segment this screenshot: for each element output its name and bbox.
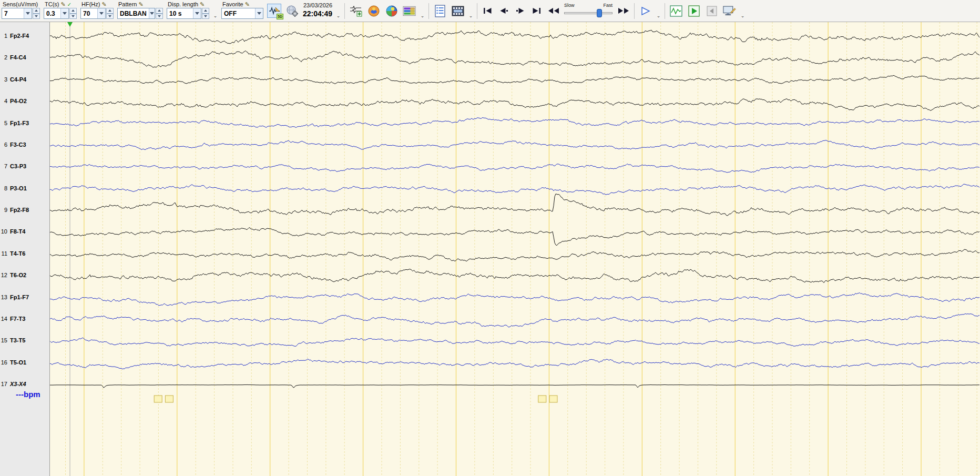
- brain-map-button[interactable]: [384, 4, 399, 18]
- hf-dropdown-icon[interactable]: [97, 8, 105, 18]
- display-length-overflow-chevron-icon[interactable]: ⌄: [213, 14, 218, 18]
- pattern-dropdown-icon[interactable]: [149, 8, 155, 18]
- sensitivity-combo[interactable]: 7: [2, 8, 32, 19]
- slider-track[interactable]: [564, 12, 612, 14]
- dsa-map-button[interactable]: [402, 4, 416, 18]
- eeg-trace-F3-C3: [50, 140, 979, 150]
- channel-row[interactable]: 8P3-O1: [0, 185, 50, 194]
- toolbar-separator: [344, 3, 345, 19]
- channel-row[interactable]: 16T5-O1: [0, 359, 50, 368]
- channel-row[interactable]: 10F8-T4: [0, 228, 50, 237]
- channel-label[interactable]: C3-P3: [10, 163, 26, 169]
- report-list-icon: [435, 5, 445, 17]
- channel-label[interactable]: T5-O1: [10, 359, 26, 366]
- channel-row[interactable]: 17X3-X4: [0, 381, 50, 389]
- channel-label[interactable]: Fp2-F8: [10, 207, 29, 213]
- gray-back-icon: [707, 6, 717, 16]
- step-back-icon: [499, 7, 508, 14]
- settings-overflow-chevron-icon[interactable]: ⌄: [740, 14, 745, 18]
- channel-label[interactable]: T4-T6: [10, 250, 25, 257]
- channel-label[interactable]: F4-C4: [10, 54, 26, 60]
- eeg-canvas[interactable]: [50, 22, 980, 476]
- favorite-combo[interactable]: OFF: [221, 8, 263, 19]
- trend-window-button[interactable]: [669, 4, 683, 18]
- slider-handle[interactable]: [597, 9, 602, 17]
- channel-label[interactable]: Fp1-F3: [10, 120, 29, 126]
- hf-spinner[interactable]: [106, 8, 114, 19]
- channel-label[interactable]: T6-O2: [10, 272, 26, 278]
- channel-row[interactable]: 3C4-P4: [0, 76, 50, 85]
- pattern-spinner[interactable]: [156, 8, 163, 19]
- display-length-dropdown-icon[interactable]: [193, 8, 201, 18]
- channel-label[interactable]: P3-O1: [10, 185, 27, 191]
- channel-row[interactable]: 6F3-C3: [0, 141, 50, 150]
- report-button[interactable]: [433, 4, 447, 18]
- go-first-button[interactable]: [481, 4, 494, 18]
- channel-label[interactable]: F3-C3: [10, 141, 26, 148]
- rewind-icon: [548, 7, 559, 14]
- step-back-button[interactable]: [497, 4, 510, 18]
- 5d-badge: 5D: [277, 14, 283, 19]
- play-overflow-chevron-icon[interactable]: ⌄: [656, 14, 661, 18]
- display-length-edit-pencil-icon[interactable]: ✎: [200, 2, 205, 7]
- channel-label[interactable]: X3-X4: [10, 381, 26, 387]
- channel-row[interactable]: 14F7-T3: [0, 316, 50, 324]
- globe-settings-button[interactable]: [285, 4, 299, 18]
- pattern-combo[interactable]: DBLBAN: [117, 8, 155, 19]
- channel-row[interactable]: 11T4-T6: [0, 250, 50, 259]
- datetime-overflow-chevron-icon[interactable]: ⌄: [336, 14, 341, 18]
- system-settings-button[interactable]: [722, 4, 737, 18]
- channel-label[interactable]: C4-P4: [10, 76, 26, 83]
- eeg-pattern-settings-button[interactable]: 5D: [267, 4, 281, 18]
- previous-page-button[interactable]: [705, 4, 719, 18]
- favorite-value: OFF: [222, 10, 255, 17]
- channel-row[interactable]: 1Fp2-F4: [0, 33, 50, 41]
- go-last-button[interactable]: [530, 4, 543, 18]
- channel-row[interactable]: 5Fp1-F3: [0, 120, 50, 128]
- display-length-spinner[interactable]: [202, 8, 209, 19]
- channel-row[interactable]: 12T6-O2: [0, 272, 50, 280]
- channel-label[interactable]: P4-O2: [10, 98, 27, 104]
- channel-label[interactable]: T3-T5: [10, 337, 25, 343]
- rewind-button[interactable]: [546, 4, 560, 18]
- eeg-trace-Fp2-F8: [50, 194, 979, 216]
- channel-label[interactable]: Fp2-F4: [10, 33, 29, 39]
- favorite-edit-pencil-icon[interactable]: ✎: [245, 2, 250, 7]
- channel-row[interactable]: 15T3-T5: [0, 337, 50, 346]
- channel-row[interactable]: 4P4-O2: [0, 98, 50, 106]
- tc-edit-pencil-icon[interactable]: ✎: [61, 2, 66, 7]
- montage-button[interactable]: [349, 4, 363, 18]
- hf-edit-pencil-icon[interactable]: ✎: [101, 2, 106, 7]
- hf-combo[interactable]: 70: [80, 8, 106, 19]
- sensitivity-value: 7: [2, 10, 24, 17]
- maps-overflow-chevron-icon[interactable]: ⌄: [420, 14, 425, 18]
- channel-row[interactable]: 9Fp2-F8: [0, 207, 50, 215]
- eeg-trace-area[interactable]: [50, 22, 980, 476]
- date-text: 23/03/2026: [303, 2, 332, 9]
- sensitivity-dropdown-icon[interactable]: [24, 8, 32, 18]
- start-monitor-button[interactable]: [687, 4, 701, 18]
- step-forward-button[interactable]: [514, 4, 526, 18]
- channel-row[interactable]: 13Fp1-F7: [0, 294, 50, 302]
- slider-slow-label: Slow: [564, 3, 575, 8]
- fast-forward-button[interactable]: [616, 4, 630, 18]
- channel-number: 13: [0, 294, 7, 300]
- display-length-combo[interactable]: 10 s: [167, 8, 201, 19]
- video-button[interactable]: [451, 4, 465, 18]
- channel-label[interactable]: F8-T4: [10, 228, 25, 235]
- head-map-button[interactable]: [366, 4, 381, 18]
- pattern-edit-pencil-icon[interactable]: ✎: [138, 2, 143, 7]
- channel-row[interactable]: 7C3-P3: [0, 163, 50, 171]
- channel-label[interactable]: Fp1-F7: [10, 294, 29, 300]
- tc-dropdown-icon[interactable]: [60, 8, 68, 18]
- channel-row[interactable]: 2F4-C4: [0, 54, 50, 63]
- channel-label[interactable]: F7-T3: [10, 316, 25, 322]
- sensitivity-spinner[interactable]: [33, 8, 40, 19]
- channel-number: 15: [0, 337, 7, 343]
- time-text: 22:04:49: [303, 9, 332, 19]
- tc-spinner[interactable]: [69, 8, 77, 19]
- favorite-dropdown-icon[interactable]: [255, 8, 263, 18]
- tc-combo[interactable]: 0.3: [44, 8, 69, 19]
- play-button[interactable]: [638, 4, 652, 18]
- media-overflow-chevron-icon[interactable]: ⌄: [468, 14, 473, 18]
